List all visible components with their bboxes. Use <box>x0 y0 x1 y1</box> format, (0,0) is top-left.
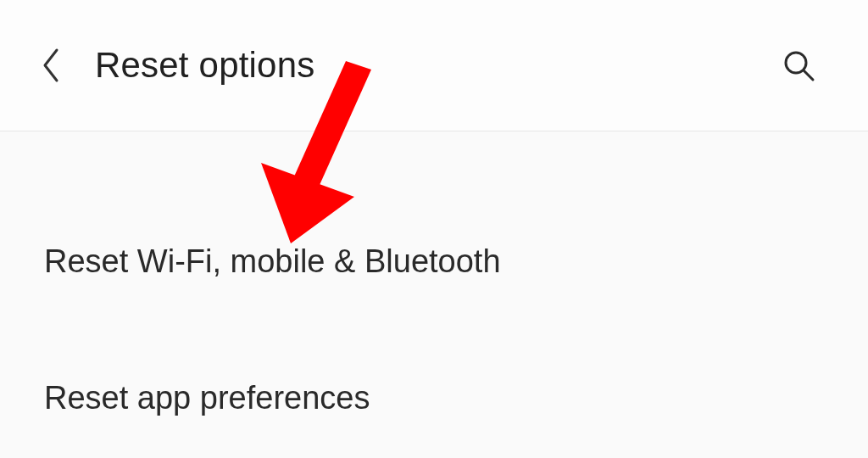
search-icon <box>782 48 815 82</box>
svg-line-1 <box>804 70 813 80</box>
back-button[interactable] <box>34 48 68 82</box>
reset-wifi-mobile-bluetooth-item[interactable]: Reset Wi-Fi, mobile & Bluetooth <box>0 216 868 307</box>
chevron-left-icon <box>40 47 62 84</box>
page-title: Reset options <box>95 45 314 86</box>
app-header: Reset options <box>0 0 868 131</box>
search-button[interactable] <box>778 45 819 86</box>
reset-options-list: Reset Wi-Fi, mobile & Bluetooth Reset ap… <box>0 131 868 444</box>
header-left: Reset options <box>34 45 314 86</box>
reset-app-preferences-item[interactable]: Reset app preferences <box>0 353 868 444</box>
